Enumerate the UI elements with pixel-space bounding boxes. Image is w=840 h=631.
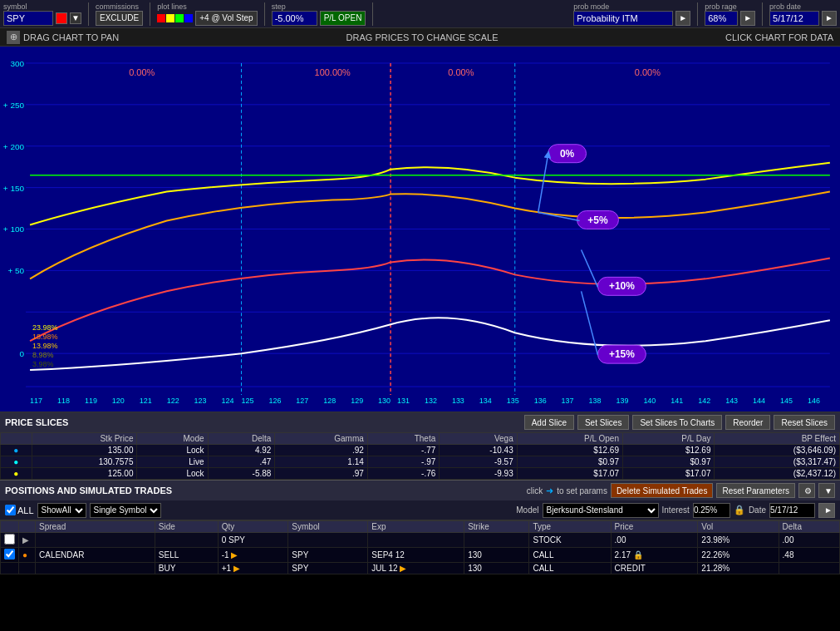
ps-gamma-2: 1.14	[275, 456, 367, 468]
spy-expand[interactable]: ▶	[19, 533, 36, 548]
toolbar: symbol ▼ commissions EXCLUDE plot lines …	[0, 0, 840, 28]
ps-gamma-3: .97	[275, 468, 367, 480]
settings-btn[interactable]: ⚙	[798, 483, 815, 498]
pos-col-qty: Qty	[218, 521, 288, 533]
date-input[interactable]	[769, 503, 815, 518]
prob-rage-input[interactable]	[705, 11, 738, 26]
ps-col-delta: Delta	[208, 433, 275, 445]
ps-gamma-1: .92	[275, 445, 367, 456]
ps-col-dot	[1, 433, 32, 445]
cal-sell-dot: ●	[19, 548, 36, 563]
svg-text:135: 135	[507, 397, 519, 405]
svg-text:124: 124	[222, 397, 234, 405]
pos-col-price: Price	[611, 521, 698, 533]
spy-expand-icon[interactable]: ▶	[22, 535, 29, 545]
svg-text:117: 117	[30, 397, 42, 405]
svg-text:+ 50: + 50	[7, 266, 24, 275]
svg-text:8.98%: 8.98%	[32, 351, 53, 359]
step-group: step P/L OPEN	[272, 2, 366, 26]
symbol-input[interactable]	[3, 11, 53, 26]
plot-lines-group: plot lines +4 @ Vol Step	[157, 2, 257, 26]
pl-open-btn[interactable]: P/L OPEN	[320, 11, 366, 26]
spy-checkbox[interactable]	[4, 534, 15, 545]
interest-input[interactable]	[693, 503, 730, 518]
svg-text:0: 0	[20, 349, 25, 358]
cal-sell-qty-val: -1	[222, 550, 229, 560]
prob-rage-group: prob rage ►	[705, 2, 755, 26]
all-checkbox-label[interactable]: ALL	[5, 505, 34, 515]
show-all-select[interactable]: ShowAll	[37, 503, 86, 518]
cal-buy-delta	[779, 563, 839, 574]
ps-col-vega: Vega	[440, 433, 517, 445]
cal-sell-type: CALL	[529, 548, 611, 563]
symbol-color-btn[interactable]	[56, 12, 67, 24]
prob-rage-arrow[interactable]: ►	[740, 11, 755, 26]
svg-text:23.98%: 23.98%	[32, 323, 57, 332]
table-row: ● 135.00 Lock 4.92 .92 -.77 -10.43 $12.6…	[1, 445, 840, 456]
model-select[interactable]: Bjerksund-Stensland	[543, 503, 659, 518]
svg-text:300: 300	[10, 59, 24, 68]
svg-text:+15%: +15%	[609, 348, 635, 360]
sep4	[372, 2, 373, 26]
svg-text:137: 137	[562, 397, 574, 405]
ps-mode-1: Lock	[137, 445, 208, 456]
cal-buy-exp-val: JUL 12	[371, 564, 397, 573]
reorder-btn[interactable]: Reorder	[725, 415, 770, 430]
all-checkbox[interactable]	[5, 505, 16, 515]
spy-exp	[368, 533, 464, 548]
cal-buy-check[interactable]	[1, 563, 19, 574]
svg-text:0.00%: 0.00%	[635, 67, 661, 77]
pos-col-delta: Delta	[779, 521, 839, 533]
symbol-filter-select[interactable]: Single Symbol	[90, 503, 161, 518]
ps-col-bp: BP Effect	[715, 433, 840, 445]
prob-date-arrow[interactable]: ►	[822, 11, 837, 26]
pos-col-side: Side	[155, 521, 218, 533]
cal-sell-check[interactable]	[1, 548, 19, 563]
svg-text:140: 140	[643, 397, 656, 405]
svg-text:123: 123	[194, 397, 207, 405]
svg-text:126: 126	[268, 397, 281, 405]
table-row: BUY +1 ▶ SPY JUL 12 ▶ 130 CALL CREDIT 21…	[1, 563, 840, 574]
drag-chart-label: DRAG CHART TO PAN	[23, 32, 119, 42]
add-slice-btn[interactable]: Add Slice	[524, 415, 574, 430]
drag-prices-label: DRAG PRICES TO CHANGE SCALE	[346, 32, 499, 42]
spy-check[interactable]	[1, 533, 19, 548]
prob-mode-arrow[interactable]: ►	[675, 11, 690, 26]
date-arrow-btn[interactable]: ►	[818, 503, 835, 518]
svg-text:131: 131	[397, 397, 410, 405]
ps-vega-1: -10.43	[440, 445, 517, 456]
step-input[interactable]	[272, 11, 317, 26]
svg-text:120: 120	[112, 397, 125, 405]
symbol-settings-btn[interactable]: ▼	[70, 12, 81, 24]
ps-dot-1: ●	[1, 445, 32, 456]
exclude-btn[interactable]: EXCLUDE	[96, 11, 143, 26]
spy-type: STOCK	[529, 533, 611, 548]
vol-step-btn[interactable]: +4 @ Vol Step	[195, 11, 257, 26]
plot-lines-label: plot lines	[157, 2, 257, 11]
set-slices-btn[interactable]: Set Slices	[577, 415, 629, 430]
cal-buy-spread	[36, 563, 155, 574]
svg-text:145: 145	[780, 397, 793, 405]
set-slices-to-charts-btn[interactable]: Set Slices To Charts	[632, 415, 722, 430]
lock-icon: 🔒	[734, 505, 745, 515]
svg-text:0.00%: 0.00%	[129, 67, 155, 77]
instruction-bar: ⊕ DRAG CHART TO PAN DRAG PRICES TO CHANG…	[0, 28, 840, 47]
reset-slices-btn[interactable]: Reset Slices	[774, 415, 835, 430]
sep3	[264, 2, 265, 26]
chart-area[interactable]: 300 + 250 + 200 + 150 + 100 + 50 0 0.00%…	[0, 47, 840, 412]
delete-simulated-trades-btn[interactable]: Delete Simulated Trades	[611, 483, 714, 498]
expand-btn[interactable]: ▼	[818, 483, 835, 498]
ps-plopen-1: $12.69	[517, 445, 622, 456]
table-row: ● 130.7575 Live .47 1.14 -.97 -9.57 $0.9…	[1, 456, 840, 468]
reset-parameters-btn[interactable]: Reset Parameters	[716, 483, 795, 498]
prob-rage-label: prob rage	[705, 2, 755, 11]
pos-col-vol: Vol	[698, 521, 779, 533]
prob-mode-input[interactable]	[573, 11, 673, 26]
cal-sell-checkbox[interactable]	[4, 549, 15, 560]
spy-symbol	[288, 533, 368, 548]
sep1	[88, 2, 89, 26]
ps-bp-3: ($2,437.12)	[715, 468, 840, 480]
svg-text:122: 122	[167, 397, 179, 405]
svg-text:121: 121	[140, 397, 152, 405]
prob-date-input[interactable]	[769, 11, 819, 26]
